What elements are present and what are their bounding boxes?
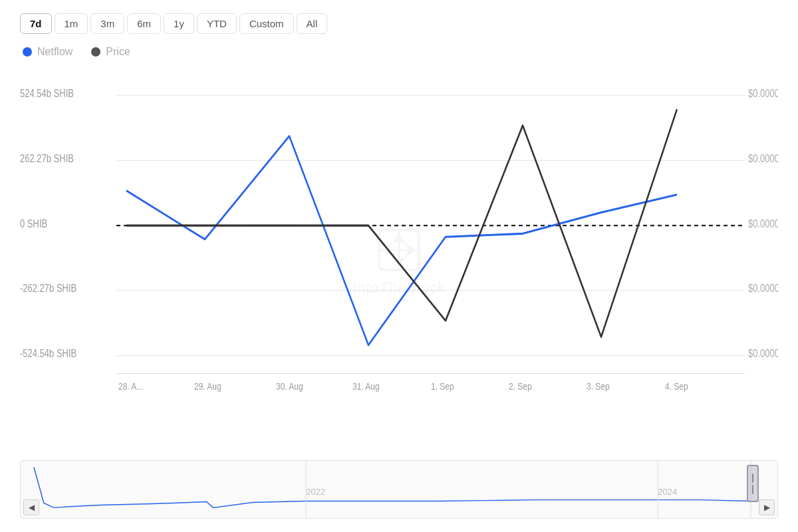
- svg-text:$0.000014: $0.000014: [748, 153, 778, 165]
- svg-text:0 SHIB: 0 SHIB: [20, 217, 47, 229]
- btn-6m[interactable]: 6m: [127, 13, 161, 34]
- svg-text:-262.27b SHIB: -262.27b SHIB: [20, 283, 76, 295]
- legend-netflow: Netflow: [23, 46, 72, 58]
- btn-1m[interactable]: 1m: [55, 13, 88, 34]
- svg-text:$0.000014: $0.000014: [748, 217, 778, 229]
- btn-1y[interactable]: 1y: [164, 13, 194, 34]
- price-label: Price: [106, 46, 130, 58]
- btn-all[interactable]: All: [297, 13, 328, 34]
- svg-text:29. Aug: 29. Aug: [194, 381, 221, 392]
- price-line: [126, 109, 677, 336]
- svg-text:2022: 2022: [306, 487, 325, 497]
- netflow-label: Netflow: [37, 46, 72, 58]
- svg-text:3. Sep: 3. Sep: [587, 381, 610, 392]
- main-chart: IntoTheBlock 524.54b SHIB 262.27b SHIB 0…: [20, 65, 778, 455]
- svg-text:-524.54b SHIB: -524.54b SHIB: [20, 348, 76, 360]
- handle-line-2: [752, 485, 753, 494]
- mini-slider-handle[interactable]: [747, 465, 759, 502]
- svg-text:2. Sep: 2. Sep: [509, 381, 532, 392]
- btn-custom[interactable]: Custom: [239, 13, 294, 34]
- legend-price: Price: [91, 46, 130, 58]
- chart-wrapper: IntoTheBlock 524.54b SHIB 262.27b SHIB 0…: [20, 65, 778, 519]
- svg-text:1. Sep: 1. Sep: [431, 381, 454, 392]
- svg-text:$0.000014: $0.000014: [748, 88, 778, 100]
- svg-text:31. Aug: 31. Aug: [352, 381, 380, 392]
- netflow-line: [126, 136, 677, 345]
- svg-text:262.27b SHIB: 262.27b SHIB: [20, 153, 74, 165]
- mini-nav-left-btn[interactable]: ◀: [23, 499, 39, 515]
- handle-line-1: [752, 473, 753, 483]
- mini-nav-right-btn[interactable]: ▶: [759, 499, 775, 515]
- svg-text:524.54b SHIB: 524.54b SHIB: [20, 88, 74, 100]
- main-chart-svg: 524.54b SHIB 262.27b SHIB 0 SHIB -262.27…: [20, 65, 778, 455]
- svg-text:30. Aug: 30. Aug: [276, 381, 303, 392]
- time-range-bar: 7d 1m 3m 6m 1y YTD Custom All: [20, 13, 778, 34]
- legend: Netflow Price: [20, 46, 778, 58]
- svg-text:2024: 2024: [658, 487, 677, 497]
- svg-text:28. A...: 28. A...: [118, 381, 143, 392]
- svg-text:4. Sep: 4. Sep: [665, 381, 688, 392]
- page-container: 7d 1m 3m 6m 1y YTD Custom All Netflow Pr…: [0, 0, 798, 532]
- btn-7d[interactable]: 7d: [20, 13, 52, 34]
- price-dot: [91, 47, 100, 57]
- btn-3m[interactable]: 3m: [90, 13, 124, 34]
- mini-chart-container: 2022 2024 ◀ ▶: [20, 460, 778, 519]
- svg-text:$0.000013: $0.000013: [748, 348, 778, 360]
- svg-text:$0.000013: $0.000013: [748, 283, 778, 295]
- mini-chart-svg: 2022 2024: [21, 461, 777, 518]
- netflow-dot: [23, 47, 32, 57]
- btn-ytd[interactable]: YTD: [197, 13, 237, 34]
